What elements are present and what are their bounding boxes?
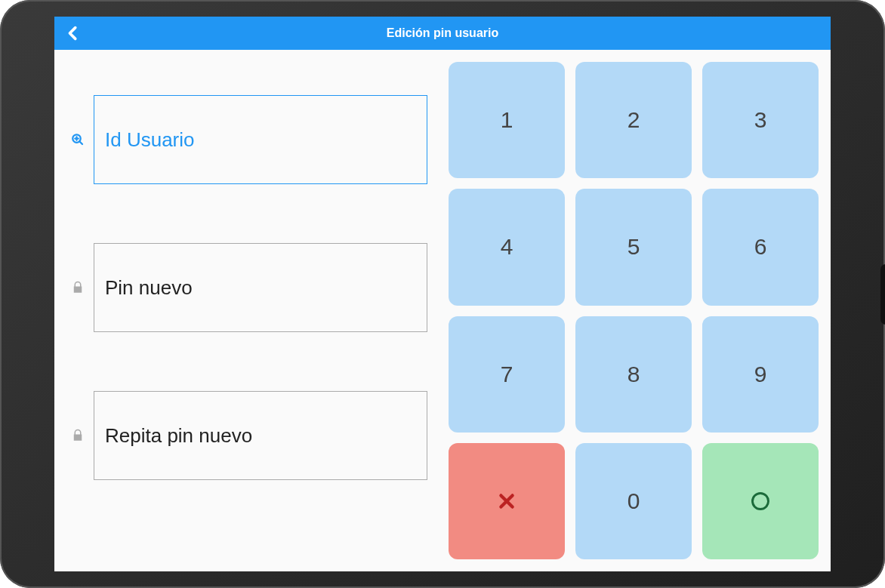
keypad-9[interactable]: 9: [702, 316, 819, 433]
keypad-confirm[interactable]: [702, 443, 819, 559]
new-pin-input[interactable]: Pin nuevo: [94, 243, 427, 332]
keypad-0[interactable]: 0: [575, 443, 692, 559]
app-screen: Edición pin usuario Id Usuario: [54, 17, 831, 571]
repeat-pin-row: Repita pin nuevo: [69, 391, 427, 480]
user-id-input[interactable]: Id Usuario: [94, 95, 427, 184]
keypad-2[interactable]: 2: [575, 62, 692, 178]
form-panel: Id Usuario Pin nuevo: [54, 50, 442, 571]
repeat-pin-placeholder: Repita pin nuevo: [105, 424, 252, 448]
circle-icon: [749, 490, 772, 513]
keypad-4[interactable]: 4: [449, 189, 565, 305]
new-pin-row: Pin nuevo: [69, 243, 427, 332]
user-id-row: Id Usuario: [69, 95, 427, 184]
keypad-cancel[interactable]: [449, 443, 565, 559]
keypad: 1 2 3 4 5 6 7 8 9 0: [442, 50, 831, 571]
lock-icon: [69, 427, 86, 444]
content: Id Usuario Pin nuevo: [54, 50, 831, 571]
svg-line-1: [79, 141, 82, 144]
keypad-3[interactable]: 3: [702, 62, 819, 178]
app-header: Edición pin usuario: [54, 17, 831, 50]
new-pin-placeholder: Pin nuevo: [105, 276, 193, 300]
page-title: Edición pin usuario: [54, 26, 831, 40]
keypad-7[interactable]: 7: [449, 316, 565, 433]
chevron-left-icon: [65, 25, 82, 42]
keypad-8[interactable]: 8: [575, 316, 692, 433]
x-icon: [495, 490, 518, 513]
svg-point-6: [753, 493, 769, 509]
search-zoom-icon[interactable]: [69, 131, 86, 148]
tablet-frame: Edición pin usuario Id Usuario: [0, 0, 885, 588]
lock-icon: [69, 279, 86, 296]
repeat-pin-input[interactable]: Repita pin nuevo: [94, 391, 427, 480]
keypad-5[interactable]: 5: [575, 189, 692, 305]
keypad-6[interactable]: 6: [702, 189, 819, 305]
keypad-1[interactable]: 1: [449, 62, 565, 178]
back-button[interactable]: [63, 23, 83, 43]
user-id-placeholder: Id Usuario: [105, 128, 195, 152]
